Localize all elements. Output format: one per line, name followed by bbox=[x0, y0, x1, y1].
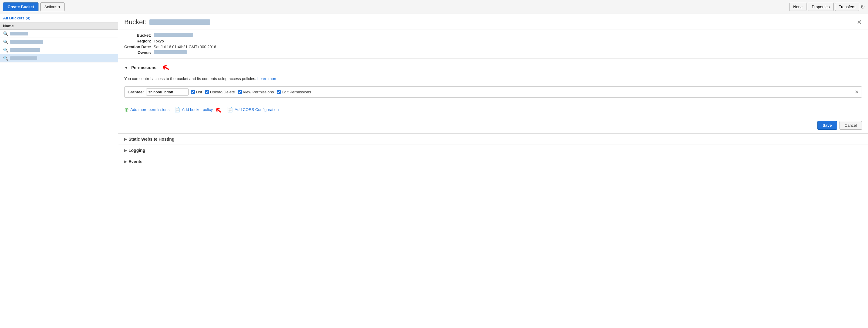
logging-section: ▶ Logging bbox=[118, 145, 868, 156]
events-header[interactable]: ▶ Events bbox=[118, 156, 868, 167]
edit-permissions-checkbox[interactable] bbox=[277, 90, 281, 94]
static-website-title: Static Website Hosting bbox=[128, 137, 174, 142]
add-icon: ⊕ bbox=[124, 107, 129, 113]
add-bucket-policy-label: Add bucket policy bbox=[182, 107, 213, 112]
actions-label: Actions bbox=[44, 4, 57, 9]
view-permissions-checkbox[interactable] bbox=[238, 90, 242, 94]
list-item[interactable]: 🔍 bbox=[0, 46, 118, 54]
view-none-button[interactable]: None bbox=[789, 3, 806, 11]
owner-label: Owner: bbox=[124, 50, 151, 55]
logging-header[interactable]: ▶ Logging bbox=[118, 145, 868, 156]
bucket-list: 🔍 🔍 🔍 🔍 bbox=[0, 30, 118, 328]
events-arrow-icon: ▶ bbox=[124, 160, 127, 164]
refresh-button[interactable]: ↻ bbox=[861, 4, 865, 10]
list-item[interactable]: 🔍 bbox=[0, 54, 118, 62]
annotation-arrow: ➜ bbox=[159, 61, 172, 74]
detail-header: Bucket: ✕ bbox=[118, 14, 868, 29]
region-field-value: Tokyo bbox=[154, 39, 862, 43]
static-website-header[interactable]: ▶ Static Website Hosting bbox=[118, 134, 868, 145]
owner-value-blurred bbox=[154, 50, 187, 54]
bucket-title-name bbox=[149, 20, 210, 25]
close-button[interactable]: ✕ bbox=[857, 19, 862, 26]
permissions-desc-text: You can control access to the bucket and… bbox=[124, 77, 256, 81]
upload-delete-checkbox[interactable] bbox=[205, 90, 209, 94]
add-more-permissions-label: Add more permissions bbox=[130, 107, 169, 112]
bucket-info-grid: Bucket: Region: Tokyo Creation Date: Sat… bbox=[124, 33, 862, 55]
grantee-label: Grantee: bbox=[128, 90, 144, 94]
bucket-name bbox=[10, 40, 43, 43]
add-cors-button[interactable]: 📄 Add CORS Configuration bbox=[227, 107, 279, 113]
save-cancel-row: Save Cancel bbox=[118, 119, 868, 133]
events-title: Events bbox=[128, 159, 143, 164]
actions-button[interactable]: Actions ▾ bbox=[40, 2, 65, 11]
permissions-header[interactable]: ▼ Permissions ➜ bbox=[118, 59, 868, 77]
creation-date-label: Creation Date: bbox=[124, 44, 151, 49]
view-controls: None Properties Transfers ↻ bbox=[789, 3, 865, 11]
view-properties-button[interactable]: Properties bbox=[808, 3, 833, 11]
list-item[interactable]: 🔍 bbox=[0, 30, 118, 38]
bucket-name bbox=[10, 48, 40, 52]
all-buckets-header: All Buckets (4) bbox=[0, 14, 118, 23]
creation-date-value: Sat Jul 16 01:46:21 GMT+900 2016 bbox=[154, 44, 862, 49]
permissions-checkbox-group: List Upload/Delete View Permissions Edit… bbox=[191, 90, 311, 94]
list-item[interactable]: 🔍 bbox=[0, 38, 118, 46]
main-layout: All Buckets (4) Name 🔍 🔍 🔍 🔍 bbox=[0, 14, 868, 328]
cancel-button[interactable]: Cancel bbox=[839, 121, 862, 130]
list-checkbox[interactable] bbox=[191, 90, 195, 94]
edit-permissions-checkbox-label: Edit Permissions bbox=[282, 90, 311, 94]
upload-delete-checkbox-item[interactable]: Upload/Delete bbox=[205, 90, 235, 94]
permissions-description: You can control access to the bucket and… bbox=[118, 77, 868, 84]
toolbar: Create Bucket Actions ▾ None Properties … bbox=[0, 0, 868, 14]
bucket-title-prefix: Bucket: bbox=[124, 18, 146, 26]
view-permissions-checkbox-item[interactable]: View Permissions bbox=[238, 90, 274, 94]
bucket-field-value bbox=[154, 33, 862, 38]
bucket-table-header: Name bbox=[0, 23, 118, 30]
actions-chevron-icon: ▾ bbox=[59, 4, 61, 9]
bucket-search-icon: 🔍 bbox=[3, 39, 8, 44]
detail-title: Bucket: bbox=[124, 18, 857, 26]
annotation-arrow-2: ➜ bbox=[213, 104, 224, 116]
view-permissions-checkbox-label: View Permissions bbox=[243, 90, 274, 94]
bucket-info-section: Bucket: Region: Tokyo Creation Date: Sat… bbox=[118, 29, 868, 59]
logging-arrow-icon: ▶ bbox=[124, 149, 127, 152]
events-section: ▶ Events bbox=[118, 156, 868, 167]
view-transfers-button[interactable]: Transfers bbox=[835, 3, 859, 11]
static-website-arrow-icon: ▶ bbox=[124, 137, 127, 141]
create-bucket-button[interactable]: Create Bucket bbox=[3, 2, 38, 11]
static-website-section: ▶ Static Website Hosting bbox=[118, 134, 868, 145]
region-field-label: Region: bbox=[124, 39, 151, 43]
doc-icon: 📄 bbox=[174, 107, 180, 113]
add-more-permissions-button[interactable]: ⊕ Add more permissions bbox=[124, 107, 169, 113]
detail-panel: Bucket: ✕ Bucket: Region: Tokyo Creation… bbox=[118, 14, 868, 328]
list-checkbox-item[interactable]: List bbox=[191, 90, 202, 94]
grantee-input[interactable] bbox=[146, 89, 188, 95]
permissions-title: Permissions bbox=[131, 65, 156, 70]
owner-value bbox=[154, 50, 862, 55]
bucket-name bbox=[10, 56, 37, 60]
bucket-search-icon: 🔍 bbox=[3, 56, 8, 61]
list-checkbox-label: List bbox=[196, 90, 202, 94]
logging-title: Logging bbox=[128, 148, 145, 153]
permissions-arrow-icon: ▼ bbox=[124, 65, 128, 70]
remove-grantee-button[interactable]: ✕ bbox=[855, 89, 859, 95]
bucket-search-icon: 🔍 bbox=[3, 31, 8, 36]
permissions-actions: ⊕ Add more permissions 📄 Add bucket poli… bbox=[118, 100, 868, 119]
bucket-value-blurred bbox=[154, 33, 193, 37]
bucket-field-label: Bucket: bbox=[124, 33, 151, 38]
doc-icon-cors: 📄 bbox=[227, 107, 233, 113]
bucket-name bbox=[10, 32, 28, 35]
upload-delete-checkbox-label: Upload/Delete bbox=[210, 90, 235, 94]
grantee-row: Grantee: List Upload/Delete View Permiss… bbox=[124, 86, 862, 98]
permissions-section: ▼ Permissions ➜ You can control access t… bbox=[118, 59, 868, 134]
learn-more-link[interactable]: Learn more. bbox=[257, 77, 279, 81]
add-bucket-policy-button[interactable]: 📄 Add bucket policy bbox=[174, 107, 213, 113]
bucket-search-icon: 🔍 bbox=[3, 48, 8, 53]
name-column-header: Name bbox=[3, 24, 13, 28]
save-button[interactable]: Save bbox=[817, 121, 837, 130]
edit-permissions-checkbox-item[interactable]: Edit Permissions bbox=[277, 90, 311, 94]
left-panel: All Buckets (4) Name 🔍 🔍 🔍 🔍 bbox=[0, 14, 118, 328]
add-cors-label: Add CORS Configuration bbox=[235, 107, 279, 112]
